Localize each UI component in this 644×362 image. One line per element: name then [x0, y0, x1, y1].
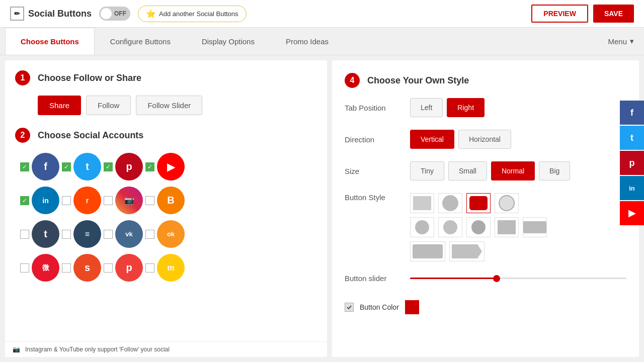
style-wide[interactable]: [410, 241, 445, 261]
add-social-button[interactable]: ⭐ Add another Social Buttons: [138, 6, 247, 22]
pocket-icon[interactable]: p: [115, 254, 143, 282]
ok-icon[interactable]: ok: [157, 220, 185, 248]
slider-thumb[interactable]: [493, 275, 500, 282]
button-slider-track[interactable]: [410, 275, 626, 282]
side-youtube-button[interactable]: ▶: [620, 201, 644, 225]
follow-share-buttons: Share Follow Follow Slider: [15, 96, 317, 115]
style-sm-circle1[interactable]: [410, 217, 434, 237]
reddit-checkbox[interactable]: [62, 196, 71, 205]
add-button-label: Add another Social Buttons: [159, 10, 238, 18]
reddit-icon[interactable]: r: [73, 187, 101, 214]
pinterest-checkbox[interactable]: ✓: [104, 162, 113, 171]
weibo-checkbox[interactable]: [20, 263, 29, 273]
youtube-checkbox[interactable]: ✓: [145, 162, 154, 171]
button-color-checkbox[interactable]: [345, 303, 354, 312]
tab-spacer: [344, 28, 598, 55]
tab-position-row: Tab Position Left Right: [345, 98, 626, 117]
stumbleupon-checkbox[interactable]: [62, 263, 71, 273]
tab-position-label: Tab Position: [345, 104, 400, 112]
style-rounded-red[interactable]: [466, 193, 491, 213]
style-rect[interactable]: [523, 217, 547, 237]
facebook-icon[interactable]: f: [32, 153, 59, 180]
pocket-checkbox[interactable]: [104, 263, 113, 273]
messenger-icon[interactable]: m: [157, 254, 185, 282]
app-title: Social Buttons: [28, 9, 92, 19]
instagram-checkbox[interactable]: [104, 196, 113, 205]
section2-title: Choose Social Accounts: [38, 130, 143, 141]
style-sm-square[interactable]: [495, 217, 519, 237]
linkedin-checkbox[interactable]: ✓: [20, 196, 29, 205]
social-row-1: ✓ f ✓ t ✓ p ✓ ▶: [20, 153, 317, 180]
tab-bar: Choose Buttons Configure Buttons Display…: [0, 28, 644, 55]
blogger-checkbox[interactable]: [145, 196, 154, 205]
header-actions: PREVIEW SAVE: [531, 5, 634, 23]
size-tiny[interactable]: Tiny: [410, 161, 444, 180]
social-row-2: ✓ in r 📷 B: [20, 187, 317, 214]
direction-horizontal[interactable]: Horizontal: [458, 130, 511, 149]
tab-configure-buttons[interactable]: Configure Buttons: [95, 28, 186, 55]
style-sm-circle3[interactable]: [466, 217, 491, 237]
vk-icon[interactable]: vk: [115, 220, 143, 248]
side-facebook-button[interactable]: f: [620, 101, 644, 125]
button-color-swatch[interactable]: [405, 300, 419, 314]
twitter-icon[interactable]: t: [73, 153, 101, 180]
tab-display-options[interactable]: Display Options: [186, 28, 270, 55]
button-slider-row: Button slider: [345, 274, 626, 283]
tumblr-icon[interactable]: t: [32, 220, 59, 248]
instagram-icon[interactable]: 📷: [115, 187, 143, 214]
social-grid: ✓ f ✓ t ✓ p ✓ ▶ ✓ in r 📷 B: [15, 153, 317, 282]
vk-checkbox[interactable]: [104, 230, 113, 239]
style-outline-circle[interactable]: [495, 193, 519, 213]
header: ✏ Social Buttons OFF ⭐ Add another Socia…: [0, 0, 644, 28]
direction-vertical[interactable]: Vertical: [410, 130, 454, 149]
tumblr-checkbox[interactable]: [20, 230, 29, 239]
side-linkedin-button[interactable]: in: [620, 176, 644, 200]
size-small[interactable]: Small: [448, 161, 487, 180]
section4-title: Choose Your Own Style: [367, 75, 469, 86]
size-big[interactable]: Big: [539, 161, 570, 180]
style-square[interactable]: [410, 193, 434, 213]
style-circle[interactable]: [438, 193, 462, 213]
tab-promo-ideas[interactable]: Promo Ideas: [270, 28, 344, 55]
button-color-label: Button Color: [360, 303, 399, 311]
button-slider-label: Button slider: [345, 274, 400, 283]
button-style-row: Button Style: [345, 193, 626, 261]
side-pinterest-button[interactable]: p: [620, 151, 644, 175]
toggle-label: OFF: [114, 10, 126, 17]
follow-button[interactable]: Follow: [86, 96, 131, 115]
youtube-icon[interactable]: ▶: [157, 153, 185, 180]
weibo-icon[interactable]: 微: [32, 254, 59, 282]
stumbleupon-icon[interactable]: s: [73, 254, 101, 282]
section1-title: Choose Follow or Share: [38, 73, 141, 83]
share-button[interactable]: Share: [38, 96, 81, 115]
linkedin-icon[interactable]: in: [32, 187, 59, 214]
save-button[interactable]: SAVE: [593, 5, 634, 23]
facebook-checkbox[interactable]: ✓: [20, 162, 29, 171]
left-panel: 1 Choose Follow or Share Share Follow Fo…: [5, 60, 327, 357]
tab-choose-buttons[interactable]: Choose Buttons: [5, 28, 95, 55]
side-twitter-button[interactable]: t: [620, 126, 644, 150]
style-sm-circle2[interactable]: [438, 217, 462, 237]
messenger-checkbox[interactable]: [145, 263, 154, 273]
follow-slider-button[interactable]: Follow Slider: [136, 96, 202, 115]
menu-button[interactable]: Menu ▾: [598, 28, 644, 55]
ig-notice-icon: 📷: [13, 346, 20, 353]
size-row: Size Tiny Small Normal Big: [345, 161, 626, 180]
ok-checkbox[interactable]: [145, 230, 154, 239]
tab-position-left[interactable]: Left: [410, 98, 443, 117]
button-style-options: [410, 193, 547, 261]
social-row-4: 微 s p m: [20, 254, 317, 282]
preview-button[interactable]: PREVIEW: [531, 5, 588, 23]
check-icon: [346, 304, 352, 310]
section4-number: 4: [345, 73, 360, 88]
buffer-icon[interactable]: ≡: [73, 220, 101, 248]
app-logo: ✏ Social Buttons: [10, 7, 92, 21]
size-normal[interactable]: Normal: [491, 161, 535, 180]
buffer-checkbox[interactable]: [62, 230, 71, 239]
blogger-icon[interactable]: B: [157, 187, 185, 214]
pinterest-icon[interactable]: p: [115, 153, 143, 180]
twitter-checkbox[interactable]: ✓: [62, 162, 71, 171]
tab-position-right[interactable]: Right: [447, 98, 485, 117]
toggle-switch[interactable]: OFF: [99, 7, 130, 21]
style-flag[interactable]: [449, 241, 485, 261]
